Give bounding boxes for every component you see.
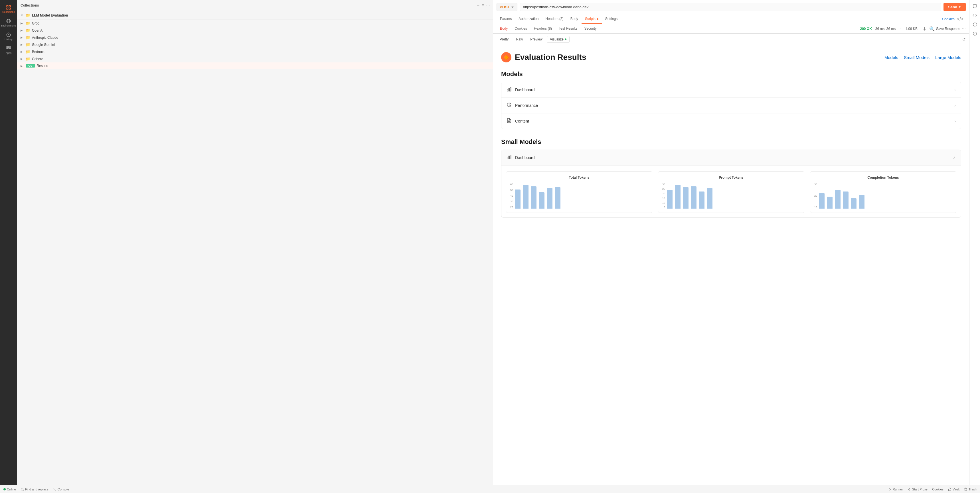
sidebar-item-anthropic-claude[interactable]: ▶ 📁 Anthropic Claude bbox=[17, 34, 493, 41]
console-btn[interactable]: Console bbox=[53, 488, 69, 491]
vault-btn[interactable]: Vault bbox=[948, 488, 959, 491]
sidebar-item-openai[interactable]: ▶ 📁 OpenAI bbox=[17, 27, 493, 34]
total-tokens-chart: Total Tokens 6050403020 bbox=[506, 171, 652, 213]
bar bbox=[691, 186, 697, 209]
view-tab-visualize[interactable]: Visualize bbox=[547, 36, 570, 43]
view-tab-raw[interactable]: Raw bbox=[513, 36, 526, 43]
info-icon-btn[interactable] bbox=[971, 30, 979, 38]
collapse-arrow-icon: ▼ bbox=[21, 14, 24, 17]
bottom-bar: Online Find and replace Console Runner S… bbox=[0, 485, 980, 493]
tab-scripts[interactable]: Scripts bbox=[582, 14, 602, 24]
bar bbox=[683, 187, 689, 209]
status-badge: 200 OK bbox=[860, 27, 872, 31]
trash-btn[interactable]: Trash bbox=[964, 488, 977, 491]
completion-tokens-bars bbox=[819, 183, 864, 209]
runner-btn[interactable]: Runner bbox=[888, 488, 903, 491]
refresh-icon-btn[interactable] bbox=[971, 21, 979, 29]
sidebar-item-collections[interactable]: Collections bbox=[2, 3, 15, 15]
models-section-title: Models bbox=[501, 70, 961, 78]
svg-rect-1 bbox=[9, 5, 11, 7]
more-resp-icon[interactable]: ··· bbox=[962, 26, 966, 31]
folder-icon: 📁 bbox=[25, 43, 30, 47]
svg-line-29 bbox=[23, 490, 23, 490]
sidebar-item-environments[interactable]: Environments bbox=[2, 16, 15, 29]
bar bbox=[699, 192, 705, 209]
resp-tab-test-results[interactable]: Test Results bbox=[555, 24, 581, 33]
small-models-dashboard-header[interactable]: Dashboard ∧ bbox=[501, 150, 961, 166]
sidebar-item-cohere[interactable]: ▶ 📁 Cohere bbox=[17, 55, 493, 62]
bar bbox=[707, 188, 713, 209]
svg-rect-35 bbox=[949, 489, 951, 491]
llm-folder-icon: 📁 bbox=[25, 13, 30, 17]
method-selector[interactable]: POST bbox=[496, 3, 517, 11]
code-editor-icon-btn[interactable] bbox=[971, 11, 979, 19]
more-options-icon[interactable]: ··· bbox=[486, 3, 490, 8]
folder-icon: 📁 bbox=[25, 28, 30, 32]
tab-headers[interactable]: Headers (8) bbox=[542, 14, 567, 24]
models-dashboard-item[interactable]: Dashboard › bbox=[501, 82, 961, 98]
completion-tokens-title: Completion Tokens bbox=[814, 176, 952, 179]
save-response-btn[interactable]: Save Response bbox=[936, 27, 960, 31]
resp-tab-security[interactable]: Security bbox=[581, 24, 600, 33]
eval-header: 🔶 Evaluation Results Models Small Models… bbox=[501, 52, 961, 62]
expand-arrow-icon: ▶ bbox=[21, 22, 24, 25]
request-tabs-row: Params Authorization Headers (8) Body Sc… bbox=[493, 14, 969, 24]
online-status[interactable]: Online bbox=[3, 488, 16, 491]
charts-row: Total Tokens 6050403020 bbox=[501, 166, 961, 217]
refresh-icon[interactable]: ↺ bbox=[963, 37, 966, 41]
bar bbox=[555, 187, 560, 209]
sidebar-item-history[interactable]: History bbox=[2, 30, 15, 43]
resp-tab-cookies[interactable]: Cookies bbox=[511, 24, 530, 33]
tab-params[interactable]: Params bbox=[496, 14, 515, 24]
nav-small-models[interactable]: Small Models bbox=[904, 55, 929, 60]
small-models-section-title: Small Models bbox=[501, 138, 961, 146]
sidebar-item-groq[interactable]: ▶ 📁 Groq bbox=[17, 20, 493, 27]
tab-body[interactable]: Body bbox=[567, 14, 582, 24]
search-icon[interactable]: 🔍 bbox=[929, 26, 935, 32]
download-icon[interactable]: ⬇ bbox=[923, 26, 926, 32]
expand-arrow-icon: ▶ bbox=[21, 64, 24, 68]
prompt-tokens-bars bbox=[667, 183, 713, 209]
find-replace-btn[interactable]: Find and replace bbox=[21, 488, 48, 491]
bottom-cookies-btn[interactable]: Cookies bbox=[932, 488, 943, 491]
cookies-link[interactable]: Cookies bbox=[942, 17, 955, 21]
eval-title-row: 🔶 Evaluation Results bbox=[501, 52, 586, 62]
svg-rect-2 bbox=[6, 8, 8, 10]
sidebar-item-google-gemini[interactable]: ▶ 📁 Google Gemini bbox=[17, 41, 493, 48]
small-models-card-group: Dashboard ∧ Total Tokens 6050403020 bbox=[501, 150, 961, 218]
response-dot-sep: · bbox=[899, 27, 902, 31]
main-area: Collections Environments History Apps Co… bbox=[0, 0, 980, 485]
resp-tab-body[interactable]: Body bbox=[496, 24, 511, 33]
send-button[interactable]: Send ▼ bbox=[943, 3, 966, 11]
view-tab-preview[interactable]: Preview bbox=[527, 36, 546, 43]
sidebar-item-apps[interactable]: Apps bbox=[2, 44, 15, 56]
tab-settings[interactable]: Settings bbox=[602, 14, 621, 24]
nav-large-models[interactable]: Large Models bbox=[935, 55, 961, 60]
llm-model-evaluation-item[interactable]: ▼ 📁 LLM Model Evaluation bbox=[17, 11, 493, 20]
models-performance-item[interactable]: Performance › bbox=[501, 98, 961, 113]
sort-icon[interactable]: ≡ bbox=[482, 3, 484, 8]
models-content-item[interactable]: Content › bbox=[501, 113, 961, 129]
response-tabs-row: Body Cookies Headers (8) Test Results Se… bbox=[493, 24, 969, 33]
comments-icon-btn[interactable] bbox=[971, 2, 979, 10]
start-proxy-btn[interactable]: Start Proxy bbox=[908, 488, 928, 491]
svg-rect-3 bbox=[9, 8, 11, 10]
svg-rect-8 bbox=[6, 46, 7, 47]
code-icon[interactable]: </> bbox=[955, 14, 966, 24]
bar bbox=[827, 197, 832, 209]
url-input[interactable] bbox=[520, 3, 941, 11]
bar bbox=[531, 186, 536, 209]
bar bbox=[851, 198, 856, 209]
bar bbox=[835, 190, 840, 209]
sidebar-item-results[interactable]: ▶ POST Results bbox=[17, 62, 493, 69]
tab-authorization[interactable]: Authorization bbox=[515, 14, 542, 24]
add-collection-icon[interactable]: + bbox=[477, 3, 479, 8]
models-card-group: Dashboard › Performance › bbox=[501, 82, 961, 129]
sidebar-item-bedrock[interactable]: ▶ 📁 Bedrock bbox=[17, 48, 493, 55]
svg-rect-22 bbox=[507, 157, 508, 159]
view-tabs-row: Pretty Raw Preview Visualize ↺ bbox=[493, 33, 969, 45]
view-tab-pretty[interactable]: Pretty bbox=[496, 36, 512, 43]
nav-models[interactable]: Models bbox=[885, 55, 898, 60]
resp-tab-headers[interactable]: Headers (8) bbox=[530, 24, 555, 33]
file-icon bbox=[506, 118, 512, 124]
